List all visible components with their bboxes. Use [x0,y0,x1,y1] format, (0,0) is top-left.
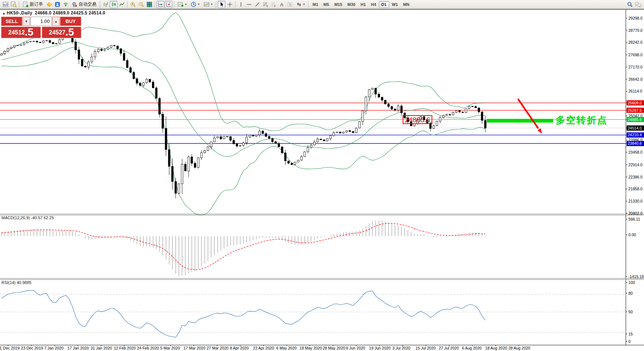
svg-text:18 Aug 2020: 18 Aug 2020 [485,346,507,350]
svg-text:18 May 2020: 18 May 2020 [300,346,322,350]
svg-text:3 Jul 2020: 3 Jul 2020 [392,346,410,350]
cursor-icon [219,1,225,7]
crosshair-button[interactable] [226,1,234,8]
horizontal-line-button[interactable] [245,1,253,8]
vertical-line-icon [238,1,244,7]
toolbar-separator [127,1,128,7]
svg-text:F: F [274,5,275,7]
zoom-out-icon [138,1,144,7]
svg-text:-1415.19: -1415.19 [628,274,644,279]
sell-button[interactable]: SELL [1,17,22,26]
tile-windows-button[interactable] [145,1,153,8]
profiles-icon [11,1,17,7]
annotation-band[interactable] [487,119,553,123]
indicators-icon [178,1,184,7]
auto-scroll-button[interactable] [156,1,164,8]
templates-button[interactable]: ▾ [202,1,214,8]
bar-chart-icon [103,1,109,7]
market-button[interactable] [53,1,61,8]
svg-text:26642.0: 26642.0 [628,77,643,81]
line-chart-button[interactable] [118,1,126,8]
svg-text:27 Mar 2020: 27 Mar 2020 [207,346,228,350]
timeframe-button-m30[interactable]: M30 [345,1,358,8]
svg-text:15: 15 [628,332,633,336]
svg-text:28 May 2020: 28 May 2020 [323,346,345,350]
price-annotation-box[interactable]: 24885.6 [403,115,432,124]
indicators-button[interactable]: ▾ [176,1,188,8]
cursor-button[interactable] [218,1,225,8]
buy-price-display[interactable]: 24527.5 [42,27,82,38]
metaeditor-icon [46,1,52,7]
grid-button[interactable]: F [270,1,277,8]
symbol-period-label: HK50-,Daily [7,10,32,16]
templates-icon [204,1,209,7]
autotrade-label: 自动交易 [79,1,96,7]
svg-text:21858.0: 21858.0 [628,187,643,191]
signals-button[interactable] [62,1,69,8]
toolbar-separator [308,1,308,7]
sell-price-display[interactable]: 24512.5 [1,27,41,38]
candlestick-icon [111,1,117,7]
timeframe-button-h4[interactable]: H4 [369,1,379,8]
chevron-down-icon: ▾ [185,3,186,6]
timeframe-button-m5[interactable]: M5 [321,1,331,8]
zoom-in-button[interactable] [129,1,137,8]
timeframe-button-m1[interactable]: M1 [310,1,321,8]
chat-button[interactable] [634,1,642,8]
trendline-button[interactable] [253,1,261,8]
svg-text:27170.0: 27170.0 [628,65,643,69]
svg-text:23840.6: 23840.6 [628,141,642,146]
new-order-button[interactable]: 新订单 [21,1,45,8]
timeframe-button-d1[interactable]: D1 [379,1,389,8]
bar-chart-button[interactable] [102,1,109,8]
svg-text:22914.0: 22914.0 [628,163,643,167]
timeframe-button-w1[interactable]: W1 [389,1,401,8]
new-chart-button[interactable] [1,1,9,8]
profiles-button[interactable] [10,1,17,8]
chart-canvas[interactable]: 29298.028770.028242.027698.027170.026642… [0,0,644,351]
timeframe-group: M1M5M15M30H1H4D1W1MN [310,1,412,8]
svg-text:17 Jan 2020: 17 Jan 2020 [67,346,89,350]
vertical-line-button[interactable] [237,1,245,8]
label-button[interactable]: T [286,1,294,8]
chart-frame [0,9,644,351]
timeframe-button-m15[interactable]: M15 [332,1,345,8]
text-button[interactable]: A [278,1,285,8]
volume-decrease-button[interactable]: ▼ [23,17,30,26]
zoom-out-button[interactable] [137,1,145,8]
svg-text:80: 80 [628,291,633,295]
chart-shift-button[interactable] [165,1,172,8]
text-icon: A [279,1,285,7]
arrows-button[interactable]: ▾ [294,1,307,8]
volume-increase-button[interactable]: ▲ [52,17,60,26]
buy-button[interactable]: BUY [60,17,81,26]
green-band-annotation[interactable] [487,119,553,123]
svg-text:17 Mar 2020: 17 Mar 2020 [184,346,205,350]
periods-button[interactable]: ▾ [189,1,201,8]
fibonacci-button[interactable]: E [261,1,269,8]
autotrade-button[interactable]: 自动交易 [70,1,98,8]
buy-price-main: 24527 [49,28,66,37]
chevron-down-icon: ▾ [303,3,305,6]
timeframe-button-h1[interactable]: H1 [358,1,368,8]
turning-point-annotation[interactable]: 多空转折点 [556,114,608,126]
arrow-up-icon: ▲ [55,20,58,23]
svg-text:6 May 2020: 6 May 2020 [276,346,297,350]
collapse-icon[interactable]: ▲ [2,11,6,15]
timeframe-button-mn[interactable]: MN [400,1,412,8]
svg-text:100: 100 [628,280,635,285]
svg-text:29298.0: 29298.0 [628,16,643,20]
metaeditor-button[interactable] [45,1,53,8]
tile-windows-icon [146,1,152,7]
candlestick-button[interactable] [110,1,118,8]
search-button[interactable] [626,1,634,8]
chart-shift-icon [166,1,172,7]
svg-text:23 Dec 2019: 23 Dec 2019 [21,346,43,350]
search-icon [627,1,633,7]
svg-text:596.11: 596.11 [628,217,640,221]
svg-text:22 Apr 2020: 22 Apr 2020 [253,346,274,350]
horizontal-line-icon [246,1,252,7]
volume-input[interactable]: 1.00 [30,17,52,26]
label-icon: T [287,1,293,7]
signals-icon [63,1,69,7]
